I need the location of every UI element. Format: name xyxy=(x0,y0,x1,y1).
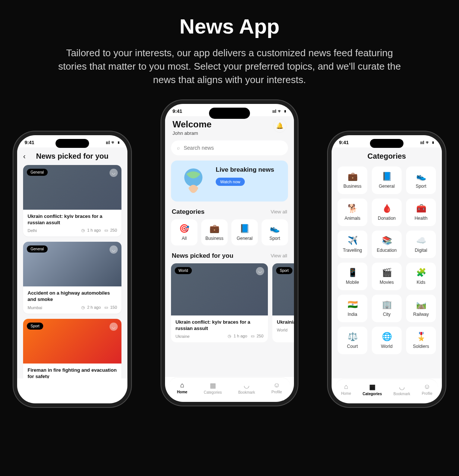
category-tile-india[interactable]: 🇮🇳 India xyxy=(338,295,367,322)
category-badge: Sport xyxy=(27,323,43,330)
category-badge: General xyxy=(27,169,48,176)
category-tile-sport[interactable]: 👟 Sport xyxy=(406,166,436,194)
category-tile-all[interactable]: 🎯 All xyxy=(171,219,197,245)
category-label: Business xyxy=(344,184,362,189)
bookmark-icon[interactable]: ◡ xyxy=(110,323,118,331)
category-tile-general[interactable]: 📘 General xyxy=(231,219,258,245)
status-time: 9:41 xyxy=(172,108,182,114)
category-tile-health[interactable]: 🧰 Health xyxy=(406,199,436,226)
tab-label: Categories xyxy=(363,392,382,396)
category-icon: 👟 xyxy=(263,224,287,234)
tab-categories[interactable]: ▦ Categories xyxy=(363,383,382,396)
news-title: Accident on a highway automobiles and sm… xyxy=(28,290,117,303)
category-icon: 📱 xyxy=(339,268,366,277)
notch xyxy=(370,139,403,148)
category-label: Soldiers xyxy=(413,344,429,349)
category-label: General xyxy=(237,236,253,241)
news-card[interactable]: Sport ◡ Ukrainian the popul World ◷ ▭ xyxy=(272,263,294,343)
category-icon: 🏢 xyxy=(373,300,400,310)
news-location: Delhi xyxy=(28,228,37,233)
page-title: News picked for you xyxy=(36,152,109,161)
news-card[interactable]: General ◡ Accident on a highway automobi… xyxy=(23,242,121,314)
watch-now-button[interactable]: Watch now xyxy=(216,178,245,186)
hero-subtitle: Tailored to your interests, our app deli… xyxy=(51,47,408,87)
bookmark-icon[interactable]: ◡ xyxy=(110,245,118,254)
tab-bookmark[interactable]: ◡ Bookmark xyxy=(238,381,255,394)
tab-label: Bookmark xyxy=(393,392,410,396)
bell-icon[interactable]: 🔔 xyxy=(273,119,287,133)
category-icon: 🧩 xyxy=(408,268,434,277)
category-label: General xyxy=(379,184,395,189)
news-card[interactable]: Sport ◡ Fireman in fire fighting and eva… xyxy=(23,319,121,378)
category-label: All xyxy=(182,236,187,241)
category-icon: 🌐 xyxy=(373,332,400,342)
category-label: Kids xyxy=(417,280,425,285)
category-label: Business xyxy=(205,236,224,241)
category-icon: 📚 xyxy=(373,236,400,245)
news-location: Ukraine xyxy=(175,334,190,339)
categories-heading: Categories xyxy=(172,208,205,216)
category-tile-court[interactable]: ⚖️ Court xyxy=(338,327,367,354)
category-label: City xyxy=(383,312,391,317)
back-icon[interactable]: ‹ xyxy=(23,152,26,161)
category-tile-movies[interactable]: 🎬 Movies xyxy=(372,263,402,290)
category-tile-general[interactable]: 📘 General xyxy=(372,166,402,194)
category-label: Animals xyxy=(345,216,361,221)
category-badge: World xyxy=(175,267,192,274)
news-comments: 250 xyxy=(110,228,117,232)
tab-bookmark[interactable]: ◡ Bookmark xyxy=(393,383,410,396)
category-tile-donation[interactable]: 🩸 Donation xyxy=(372,199,402,226)
news-time: 2 h ago xyxy=(87,305,101,310)
tab-label: Profile xyxy=(422,391,432,396)
live-news-card[interactable]: Live breaking news Watch now xyxy=(171,161,288,201)
category-icon: 📘 xyxy=(373,172,400,181)
tab-home[interactable]: ⌂ Home xyxy=(177,381,187,394)
categories-icon: ▦ xyxy=(204,381,222,390)
status-icons: ııl ᯤ ▮ xyxy=(420,140,434,145)
category-tile-railway[interactable]: 🛤️ Railway xyxy=(406,295,436,322)
phone-home: 9:41 ııl ᯤ ▮ Welcome John abram 🔔 ⌕ Live… xyxy=(165,104,294,402)
category-tile-city[interactable]: 🏢 City xyxy=(372,295,402,322)
category-tile-education[interactable]: 📚 Education xyxy=(372,231,402,258)
tab-label: Home xyxy=(177,390,187,394)
tab-profile[interactable]: ☺ Profile xyxy=(272,381,282,394)
category-tile-kids[interactable]: 🧩 Kids xyxy=(406,263,436,290)
tab-home[interactable]: ⌂ Home xyxy=(341,383,351,396)
category-tile-mobile[interactable]: 📱 Mobile xyxy=(338,263,367,290)
search-field[interactable] xyxy=(184,145,282,151)
category-label: World xyxy=(381,344,392,349)
categories-icon: ▦ xyxy=(363,383,382,391)
viewall-categories[interactable]: View all xyxy=(270,209,287,215)
news-location: Mumbai xyxy=(28,305,42,310)
tab-profile[interactable]: ☺ Profile xyxy=(422,383,432,396)
category-icon: ⚖️ xyxy=(339,332,366,342)
category-tile-travelling[interactable]: ✈️ Travelling xyxy=(338,231,367,258)
category-label: Mobile xyxy=(346,280,359,285)
bookmark-icon: ◡ xyxy=(238,381,255,390)
viewall-picked[interactable]: View all xyxy=(270,253,287,258)
category-tile-world[interactable]: 🌐 World xyxy=(372,327,402,354)
category-label: Digital xyxy=(415,248,427,253)
picked-heading: News picked for you xyxy=(172,252,233,260)
tab-categories[interactable]: ▦ Categories xyxy=(204,381,222,394)
category-tile-digital[interactable]: ☁️ Digital xyxy=(406,231,436,258)
category-tile-animals[interactable]: 🐕 Animals xyxy=(338,199,367,226)
category-tile-business[interactable]: 💼 Business xyxy=(338,166,367,194)
category-icon: 💼 xyxy=(203,224,226,234)
news-card[interactable]: General ◡ Ukrain conflict: kyiv braces f… xyxy=(23,165,121,237)
news-title: Fireman in fire fighting and evacuation … xyxy=(28,367,117,378)
search-input[interactable]: ⌕ xyxy=(171,140,288,155)
category-tile-soldiers[interactable]: 🎖️ Soldiers xyxy=(406,327,436,354)
bookmark-icon[interactable]: ◡ xyxy=(256,267,264,275)
category-tile-business[interactable]: 💼 Business xyxy=(201,219,228,245)
profile-icon: ☺ xyxy=(422,383,432,391)
news-card[interactable]: World ◡ Ukrain conflict: kyiv braces for… xyxy=(171,263,268,343)
category-badge: Sport xyxy=(276,267,292,274)
news-title: Ukrain conflict: kyiv braces for a russi… xyxy=(28,213,117,226)
news-time: 1 h ago xyxy=(87,228,101,232)
profile-icon: ☺ xyxy=(272,381,282,389)
bookmark-icon[interactable]: ◡ xyxy=(110,169,118,177)
category-label: India xyxy=(348,312,357,317)
category-tile-sport[interactable]: 👟 Sport xyxy=(262,219,288,245)
clock-icon: ◷ xyxy=(81,305,85,310)
